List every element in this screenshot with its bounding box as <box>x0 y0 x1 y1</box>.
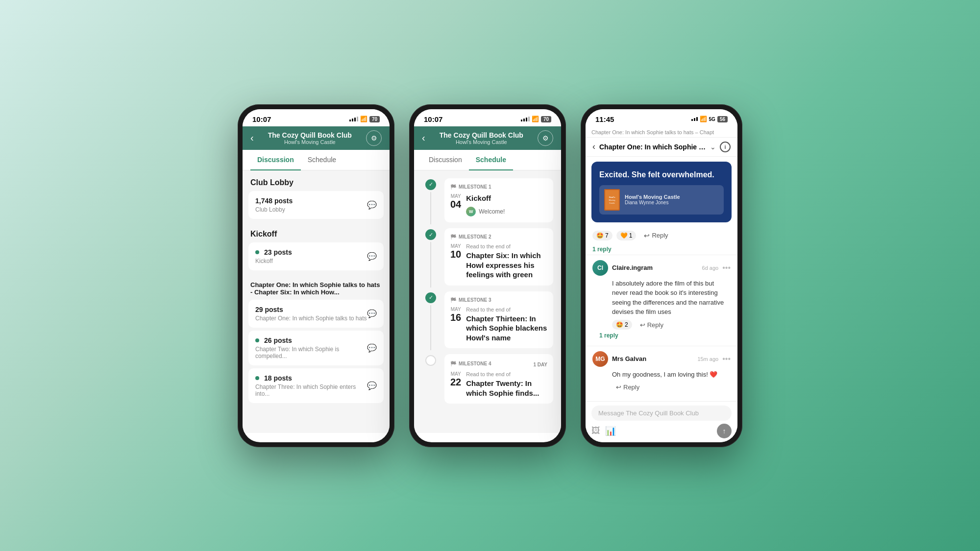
comment-1-header: CI Claire.ingram 6d ago ••• <box>592 260 731 276</box>
svg-text:Castle: Castle <box>609 202 615 204</box>
tab-discussion-1[interactable]: Discussion <box>250 150 301 170</box>
gif-icon[interactable]: 📊 <box>605 426 616 436</box>
comment-2: MG Mrs Galvan 15m ago ••• Oh my goodness… <box>586 346 737 398</box>
svg-text:Howl's: Howl's <box>609 196 616 198</box>
phone-2-screen: 10:07 📶 70 ‹ The Cozy Quill Book Club <box>414 109 561 442</box>
reaction-top-2[interactable]: 🧡 1 <box>616 231 637 240</box>
book-card-text: Excited. She felt overwhelmed. <box>599 169 724 180</box>
kickoff-posts-row: 23 posts <box>255 248 292 256</box>
svg-text:Moving: Moving <box>609 199 615 201</box>
channel-name-kickoff: Kickoff <box>255 258 292 264</box>
book-meta-author: Diana Wynne Jones <box>625 200 680 205</box>
settings-button-1[interactable]: ⚙ <box>366 130 382 146</box>
comment-1-text: I absolutely adore the film of this but … <box>612 279 731 317</box>
top-reply-button[interactable]: ↩ Reply <box>640 230 672 241</box>
comment-2-time: 15m ago <box>697 356 718 362</box>
comment-2-header: MG Mrs Galvan 15m ago ••• <box>592 351 731 367</box>
milestone-1-day: 04 <box>450 199 461 210</box>
milestone-2-date: MAY 10 <box>450 243 461 260</box>
milestone-3-left: ✓ <box>422 291 440 351</box>
milestone-3-card[interactable]: 🏁 MILESTONE 3 MAY 16 Read to the end of … <box>444 291 553 349</box>
nav-header-2: ‹ The Cozy Quill Book Club Howl's Moving… <box>414 126 561 150</box>
milestone-4-tag: 1 day <box>533 360 547 367</box>
milestone-flag-icon-3: 🏁 <box>450 297 456 303</box>
channel-chapter1[interactable]: 29 posts Chapter One: In which Sophie ta… <box>248 300 384 328</box>
ch2-posts-row: 26 posts <box>255 336 367 344</box>
info-button[interactable]: i <box>720 142 731 152</box>
milestone-2-line <box>430 242 431 287</box>
nav-header-1: ‹ The Cozy Quill Book Club Howl's Moving… <box>243 126 390 150</box>
milestone-4-card[interactable]: 🏁 MILESTONE 4 1 day MAY 22 Read to <box>444 354 553 404</box>
channel-posts-lobby: 1,748 posts <box>255 197 293 205</box>
club-name-1: The Cozy Quill Book Club <box>254 131 366 139</box>
channel-chapter2[interactable]: 26 posts Chapter Two: In which Sophie is… <box>248 331 384 365</box>
kickoff-dot <box>255 250 259 254</box>
reaction-emoji-2: 🧡 <box>620 232 628 239</box>
milestone-4-date-row: MAY 22 Read to the end of Chapter Twenty… <box>450 371 547 398</box>
milestone-3-badge: 🏁 MILESTONE 3 <box>450 297 547 303</box>
ch3-posts-row: 18 posts <box>255 374 367 382</box>
book-meta-row: Howl's Moving Castle Howl's Moving Castl… <box>599 185 724 215</box>
milestone-2-subtitle: Read to the end of <box>466 243 547 249</box>
discussion-content-1: Club Lobby 1,748 posts Club Lobby 💬 Kick… <box>243 170 390 433</box>
channel-chapter3[interactable]: 18 posts Chapter Three: In which Sophie … <box>248 368 384 403</box>
phone-3: 11:45 📶 5G 56 Chapter One: In which Soph… <box>581 104 742 447</box>
chat-icon-ch2: 💬 <box>367 343 377 353</box>
milestone-3-subtitle: Read to the end of <box>466 307 547 312</box>
channel-kickoff[interactable]: 23 posts Kickoff 💬 <box>248 242 384 270</box>
section-club-lobby: Club Lobby <box>243 170 390 191</box>
message-input-display[interactable]: Message The Cozy Quill Book Club <box>591 406 732 421</box>
breadcrumb-text: Chapter One: In which Sophie talks to ha… <box>591 129 714 135</box>
back-button-2[interactable]: ‹ <box>422 132 425 144</box>
milestone-2-day: 10 <box>450 249 461 260</box>
tab-schedule-2[interactable]: Schedule <box>469 150 513 170</box>
comment-1-reaction-1[interactable]: 🤩 2 <box>612 320 632 330</box>
reaction-top-1[interactable]: 🤩 7 <box>592 231 612 240</box>
milestone-4-date: MAY 22 <box>450 371 461 388</box>
channel-left-ch1: 29 posts Chapter One: In which Sophie ta… <box>255 306 367 322</box>
chat-icon-kickoff: 💬 <box>367 252 377 261</box>
comment-1-reply-button[interactable]: ↩ Reply <box>636 320 667 330</box>
phone-1-screen: 10:07 📶 70 ‹ The Cozy Quill Book Club <box>243 109 390 442</box>
milestone-3-title: Chapter Thirteen: In which Sophie blacke… <box>466 314 547 343</box>
milestone-1-card[interactable]: 🏁 MILESTONE 1 MAY 04 Kickoff W <box>444 178 553 223</box>
milestone-1-badge: 🏁 MILESTONE 1 <box>450 184 547 190</box>
title-block-1: The Cozy Quill Book Club Howl's Moving C… <box>254 131 366 145</box>
comment-2-reply-button[interactable]: ↩ Reply <box>612 382 643 392</box>
top-reply-count[interactable]: 1 reply <box>586 244 737 255</box>
comment-1-more[interactable]: ••• <box>722 264 731 272</box>
milestone-1-check: ✓ <box>425 179 436 190</box>
milestone-3-day: 16 <box>450 312 461 323</box>
phone-2: 10:07 📶 70 ‹ The Cozy Quill Book Club <box>409 104 566 447</box>
channel-club-lobby[interactable]: 1,748 posts Club Lobby 💬 <box>248 191 384 219</box>
send-button[interactable]: ↑ <box>717 424 732 438</box>
channel-left-ch2: 26 posts Chapter Two: In which Sophie is… <box>255 336 367 359</box>
milestone-1-user: W Welcome! <box>466 207 547 216</box>
milestone-3-month: MAY <box>450 307 461 312</box>
book-card: Excited. She felt overwhelmed. Howl's Mo… <box>591 162 732 222</box>
milestone-4-month: MAY <box>450 371 461 377</box>
milestone-4-subtitle: Read to the end of <box>466 371 547 377</box>
settings-button-2[interactable]: ⚙ <box>538 130 553 146</box>
channel-posts-ch2: 26 posts <box>264 336 292 344</box>
milestone-1-line <box>430 192 431 225</box>
image-icon[interactable]: 🖼 <box>591 426 600 436</box>
book-name-1: Howl's Moving Castle <box>254 139 366 145</box>
channel-name-ch2: Chapter Two: In which Sophie is compelle… <box>255 346 367 359</box>
milestone-1-title: Kickoff <box>466 193 547 203</box>
comment-2-more[interactable]: ••• <box>722 355 731 363</box>
channel-posts-kickoff: 23 posts <box>264 248 292 256</box>
input-bar: Message The Cozy Quill Book Club 🖼 📊 ↑ <box>586 401 737 442</box>
comment-2-reactions: ↩ Reply <box>612 382 731 392</box>
comment-1-reply-label: Reply <box>647 321 663 329</box>
milestone-2-card[interactable]: 🏁 MILESTONE 2 MAY 10 Read to the end of … <box>444 228 553 286</box>
tabs-1: Discussion Schedule <box>243 150 390 170</box>
back-button-1[interactable]: ‹ <box>250 132 254 144</box>
section-chapters: Chapter One: In which Sophie talks to ha… <box>243 273 390 300</box>
back-button-3[interactable]: ‹ <box>592 142 595 152</box>
tab-discussion-2[interactable]: Discussion <box>422 150 469 170</box>
comment-1-reply-count[interactable]: 1 reply <box>592 330 731 341</box>
tab-schedule-1[interactable]: Schedule <box>301 150 343 170</box>
milestone-1-user-text: Welcome! <box>479 208 505 215</box>
milestone-2-info: Read to the end of Chapter Six: In which… <box>466 243 547 280</box>
